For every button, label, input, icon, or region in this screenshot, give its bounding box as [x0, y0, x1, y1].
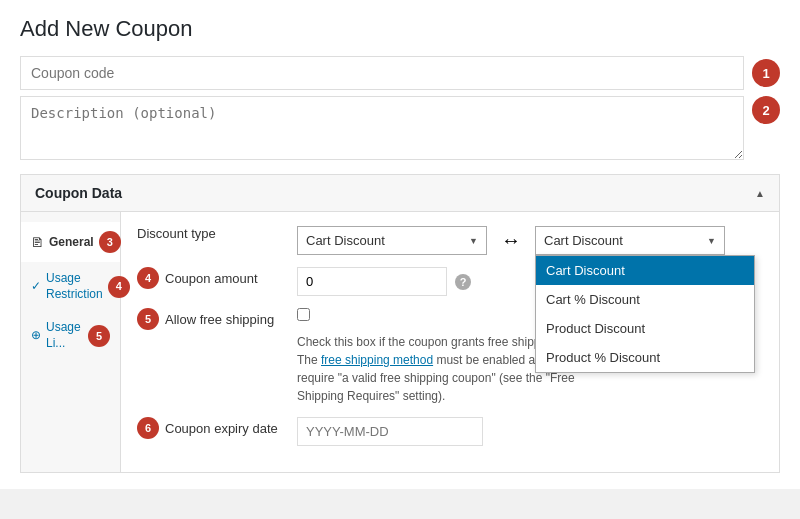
general-tab-label: General — [49, 235, 94, 249]
coupon-amount-help-icon[interactable]: ? — [455, 274, 471, 290]
discount-type-selected-value: Cart Discount — [306, 233, 385, 248]
free-shipping-method-link[interactable]: free shipping method — [321, 353, 433, 367]
allow-free-shipping-label: Allow free shipping — [165, 312, 274, 327]
usage-limit-label: Usage Li... — [46, 320, 83, 351]
discount-type-dropdown: Cart Discount Cart Discount Cart % Disco… — [535, 226, 725, 255]
usage-limit-badge: 5 — [88, 325, 110, 347]
coupon-amount-badge: 4 — [137, 267, 159, 289]
allow-free-shipping-checkbox[interactable] — [297, 308, 310, 321]
coupon-amount-label-wrap: 4 Coupon amount — [137, 267, 297, 289]
page-wrapper: Add New Coupon 1 2 Coupon Data ▲ 🖹 Gener… — [0, 0, 800, 489]
sidebar-item-usage-limit[interactable]: ⊕ Usage Li... 5 — [21, 311, 120, 360]
collapse-icon[interactable]: ▲ — [755, 188, 765, 199]
description-badge: 2 — [752, 96, 780, 124]
coupon-data-header: Coupon Data ▲ — [21, 175, 779, 212]
coupon-expiry-input[interactable] — [297, 417, 483, 446]
option-cart-percent-discount[interactable]: Cart % Discount — [536, 285, 754, 314]
sidebar-item-usage-restriction[interactable]: ✓ Usage Restriction 4 — [21, 262, 120, 311]
discount-type-label: Discount type — [137, 226, 216, 241]
coupon-data-section: Coupon Data ▲ 🖹 General 3 ✓ Usage Restri… — [20, 174, 780, 473]
discount-type-input-wrap: Cart Discount ↔ Cart Discount — [297, 226, 763, 255]
sidebar-tabs: 🖹 General 3 ✓ Usage Restriction 4 ⊕ Usag… — [21, 212, 121, 472]
arrow-both-icon: ↔ — [501, 229, 521, 252]
allow-free-shipping-badge: 5 — [137, 308, 159, 330]
coupon-expiry-badge: 6 — [137, 417, 159, 439]
option-product-discount[interactable]: Product Discount — [536, 314, 754, 343]
discount-type-dropdown-value: Cart Discount — [544, 233, 623, 248]
coupon-amount-label: Coupon amount — [165, 271, 258, 286]
coupon-code-badge: 1 — [752, 59, 780, 87]
coupon-expiry-label-wrap: 6 Coupon expiry date — [137, 417, 297, 439]
allow-free-shipping-label-wrap: 5 Allow free shipping — [137, 308, 297, 330]
coupon-code-input[interactable] — [20, 56, 744, 90]
discount-type-label-wrap: Discount type — [137, 226, 297, 241]
coupon-data-title: Coupon Data — [35, 185, 122, 201]
coupon-expiry-row: 6 Coupon expiry date — [137, 417, 763, 446]
usage-restriction-icon: ✓ — [31, 279, 41, 295]
main-content: Discount type Cart Discount ↔ — [121, 212, 779, 472]
coupon-expiry-input-wrap — [297, 417, 763, 446]
option-product-percent-discount[interactable]: Product % Discount — [536, 343, 754, 372]
discount-type-dropdown-trigger[interactable]: Cart Discount — [535, 226, 725, 255]
coupon-data-body: 🖹 General 3 ✓ Usage Restriction 4 ⊕ Usag… — [21, 212, 779, 472]
general-badge: 3 — [99, 231, 121, 253]
general-tab-icon: 🖹 — [31, 235, 44, 250]
page-title: Add New Coupon — [20, 16, 780, 42]
help-text-part2: The — [297, 353, 321, 367]
discount-type-row: Discount type Cart Discount ↔ — [137, 226, 763, 255]
discount-type-select-display[interactable]: Cart Discount — [297, 226, 487, 255]
usage-limit-icon: ⊕ — [31, 328, 41, 344]
coupon-amount-input[interactable] — [297, 267, 447, 296]
sidebar-item-general[interactable]: 🖹 General 3 — [21, 222, 120, 262]
description-input[interactable] — [20, 96, 744, 160]
discount-type-options-list: Cart Discount Cart % Discount Product Di… — [535, 255, 755, 373]
coupon-expiry-label: Coupon expiry date — [165, 421, 278, 436]
description-row: 2 — [20, 96, 780, 160]
usage-restriction-label: Usage Restriction — [46, 271, 103, 302]
coupon-code-row: 1 — [20, 56, 780, 90]
option-cart-discount[interactable]: Cart Discount — [536, 256, 754, 285]
help-text-part1: Check this box if the coupon grants free… — [297, 335, 560, 349]
